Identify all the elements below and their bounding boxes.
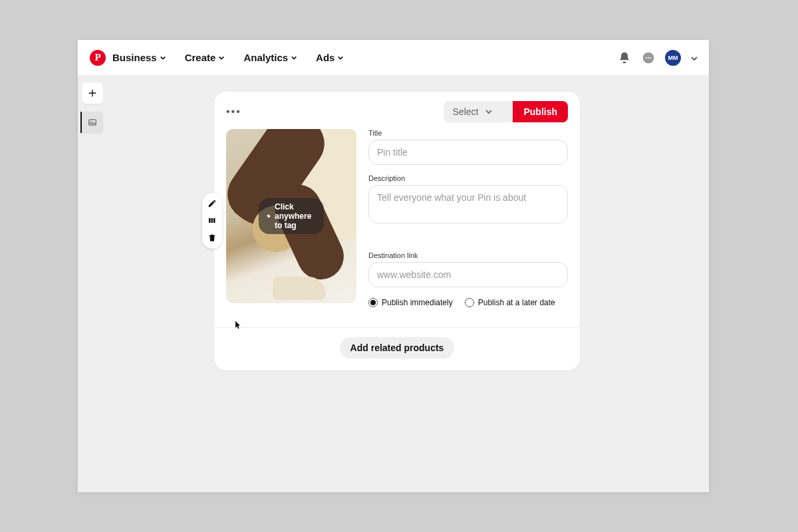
chat-icon[interactable] (641, 51, 656, 65)
top-nav: P Business Create Analytics Ads (78, 40, 709, 76)
new-pin-button[interactable] (82, 82, 103, 104)
tag-overlay[interactable]: Click anywhere to tag (259, 198, 324, 234)
more-options-icon[interactable]: ••• (226, 106, 241, 118)
card-footer: Add related products (214, 328, 580, 370)
radio-icon (465, 298, 474, 307)
nav-items: Business Create Analytics Ads (112, 52, 344, 63)
tag-icon (267, 212, 271, 220)
nav-label: Ads (316, 52, 334, 63)
title-label: Title (368, 129, 568, 137)
description-label: Description (368, 174, 568, 182)
svg-point-3 (650, 57, 651, 58)
chevron-down-icon (218, 55, 225, 61)
image-pin-button[interactable] (80, 112, 103, 133)
chevron-down-icon (485, 108, 493, 116)
chevron-down-icon (337, 55, 344, 61)
nav-item-business[interactable]: Business (112, 52, 166, 63)
chevron-down-icon (291, 55, 297, 61)
radio-publish-later[interactable]: Publish at a later date (465, 298, 555, 307)
add-related-products-button[interactable]: Add related products (340, 337, 455, 358)
cursor-icon (235, 321, 241, 330)
destination-input[interactable] (368, 262, 568, 287)
tag-overlay-label: Click anywhere to tag (275, 202, 316, 230)
image-icon (88, 118, 97, 127)
avatar-initials: MM (668, 55, 678, 61)
destination-label: Destination link (368, 251, 568, 259)
trash-icon[interactable] (207, 233, 217, 243)
nav-item-create[interactable]: Create (185, 52, 225, 63)
top-nav-right: MM (617, 50, 697, 66)
nav-item-ads[interactable]: Ads (316, 52, 344, 63)
board-select[interactable]: Select (444, 101, 513, 122)
svg-rect-6 (209, 218, 211, 223)
nav-label: Business (112, 52, 157, 63)
avatar[interactable]: MM (665, 50, 681, 66)
radio-publish-immediately[interactable]: Publish immediately (368, 298, 453, 307)
nav-label: Analytics (243, 52, 288, 63)
svg-point-2 (648, 57, 649, 58)
board-select-placeholder: Select (453, 106, 479, 117)
schedule-radios: Publish immediately Publish at a later d… (368, 298, 568, 307)
svg-point-5 (90, 121, 92, 122)
pin-editor-card: ••• Select Publish (214, 92, 580, 370)
nav-item-analytics[interactable]: Analytics (243, 52, 297, 63)
pin-image-preview[interactable]: Click anywhere to tag (226, 129, 356, 303)
card-header: ••• Select Publish (214, 92, 580, 129)
description-input[interactable] (368, 185, 568, 223)
card-body: Click anywhere to tag Title Description … (214, 129, 580, 319)
svg-point-1 (646, 57, 647, 58)
app-window: P Business Create Analytics Ads (78, 40, 709, 492)
publish-button[interactable]: Publish (513, 101, 568, 122)
account-chevron-down-icon[interactable] (690, 55, 697, 61)
left-rail (78, 76, 107, 133)
plus-icon (87, 88, 98, 98)
radio-label: Publish immediately (382, 298, 453, 307)
pinterest-logo-icon[interactable]: P (90, 50, 106, 66)
nav-label: Create (185, 52, 216, 63)
radio-label: Publish at a later date (478, 298, 555, 307)
svg-rect-8 (213, 218, 215, 223)
radio-icon (368, 298, 378, 307)
svg-rect-7 (211, 218, 213, 223)
bell-icon[interactable] (617, 51, 632, 65)
pin-image-column: Click anywhere to tag (226, 129, 356, 307)
image-tool-rail (202, 193, 222, 249)
crop-icon[interactable] (207, 215, 217, 226)
title-input[interactable] (368, 140, 568, 165)
chevron-down-icon (160, 55, 166, 61)
edit-icon[interactable] (207, 198, 217, 209)
svg-rect-4 (89, 120, 96, 125)
pin-form: Title Description Destination link Publi… (368, 129, 568, 307)
